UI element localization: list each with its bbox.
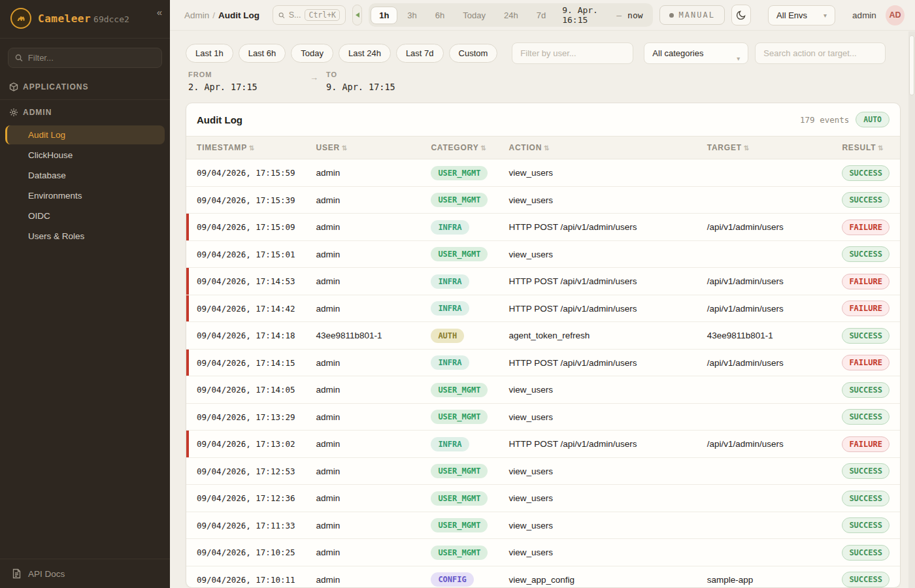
chip-last-1h[interactable]: Last 1h <box>186 44 233 63</box>
table-row[interactable]: 09/04/2026, 17:13:02adminINFRAHTTP POST … <box>186 431 900 458</box>
table-row[interactable]: 09/04/2026, 17:14:1843ee9811b801-1AUTHag… <box>186 322 900 350</box>
api-docs-link[interactable]: API Docs <box>0 559 170 588</box>
table-row[interactable]: 09/04/2026, 17:12:53adminUSER_MGMTview_u… <box>186 457 900 485</box>
status-badge: FAILURE <box>842 355 890 370</box>
cell-timestamp: 09/04/2026, 17:10:25 <box>186 539 306 566</box>
chevron-down-icon: ▾ <box>737 55 740 62</box>
time-range-1h[interactable]: 1h <box>371 7 397 24</box>
table-row[interactable]: 09/04/2026, 17:12:36adminUSER_MGMTview_u… <box>186 485 900 512</box>
scrollbar-track[interactable] <box>908 31 915 588</box>
sidebar-item-environments[interactable]: Environments <box>5 186 165 205</box>
cell-user: admin <box>306 295 421 322</box>
table-row[interactable]: 09/04/2026, 17:14:15adminINFRAHTTP POST … <box>186 349 900 376</box>
status-badge: SUCCESS <box>842 382 890 398</box>
live-toggle-button[interactable] <box>352 5 362 25</box>
category-select[interactable]: All categories ▾ <box>644 42 748 64</box>
table-row[interactable]: 09/04/2026, 17:14:42adminINFRAHTTP POST … <box>186 295 900 322</box>
chip-today[interactable]: Today <box>291 44 333 63</box>
table-row[interactable]: 09/04/2026, 17:14:05adminUSER_MGMTview_u… <box>186 376 900 404</box>
chip-last-7d[interactable]: Last 7d <box>396 44 444 63</box>
sidebar-collapse-button[interactable]: « <box>157 7 162 18</box>
cell-target <box>697 457 832 485</box>
search-icon <box>278 11 285 20</box>
search-placeholder-text: S... <box>289 10 301 20</box>
manual-refresh-button[interactable]: MANUAL <box>659 5 725 25</box>
environment-select[interactable]: All Envs ▾ <box>768 5 835 25</box>
column-header-user[interactable]: USER⇅ <box>306 137 421 159</box>
table-row[interactable]: 09/04/2026, 17:15:39adminUSER_MGMTview_u… <box>186 186 900 214</box>
sidebar-item-users-roles[interactable]: Users & Roles <box>5 227 165 246</box>
section-applications: APPLICATIONS <box>0 74 170 97</box>
chip-last-24h[interactable]: Last 24h <box>339 44 391 63</box>
events-count: 179 events <box>800 115 849 125</box>
time-range-24h[interactable]: 24h <box>495 7 527 24</box>
search-icon <box>15 54 23 62</box>
time-range-6h[interactable]: 6h <box>427 7 453 24</box>
sort-icon: ⇅ <box>544 144 550 152</box>
category-badge: USER_MGMT <box>431 518 488 532</box>
brand-version: 69dcce2 <box>93 14 129 24</box>
scrollbar-thumb[interactable] <box>909 35 914 95</box>
time-range-display[interactable]: 9. Apr. 16:15 – now <box>556 5 650 25</box>
column-header-action[interactable]: ACTION⇅ <box>498 137 696 159</box>
column-header-timestamp[interactable]: TIMESTAMP⇅ <box>186 137 306 159</box>
table-row[interactable]: 09/04/2026, 17:11:33adminUSER_MGMTview_u… <box>186 512 900 539</box>
sidebar-item-oidc[interactable]: OIDC <box>5 206 165 225</box>
sidebar-item-clickhouse[interactable]: ClickHouse <box>5 146 165 165</box>
range-from: 9. Apr. 16:15 <box>562 5 610 25</box>
to-value: 9. Apr. 17:15 <box>326 82 395 92</box>
table-row[interactable]: 09/04/2026, 17:13:29adminUSER_MGMTview_u… <box>186 403 900 431</box>
chip-custom[interactable]: Custom <box>449 44 498 63</box>
sidebar-filter-input[interactable] <box>28 53 155 63</box>
time-range-today[interactable]: Today <box>454 7 494 24</box>
status-badge: SUCCESS <box>842 165 890 181</box>
action-search-input[interactable] <box>755 42 886 64</box>
moon-icon <box>736 10 746 20</box>
cell-action: view_users <box>498 376 696 404</box>
column-header-target[interactable]: TARGET⇅ <box>697 137 832 159</box>
cell-target: /api/v1/admin/users <box>697 268 832 295</box>
table-row[interactable]: 09/04/2026, 17:10:25adminUSER_MGMTview_u… <box>186 539 900 566</box>
user-name: admin <box>852 10 876 20</box>
time-range-3h[interactable]: 3h <box>399 7 425 24</box>
column-header-category[interactable]: CATEGORY⇅ <box>420 137 498 159</box>
cell-user: admin <box>306 268 421 295</box>
cell-target <box>697 186 832 214</box>
from-block[interactable]: FROM 2. Apr. 17:15 <box>188 71 310 92</box>
global-search[interactable]: S... Ctrl+K <box>273 5 346 25</box>
table-row[interactable]: 09/04/2026, 17:14:53adminINFRAHTTP POST … <box>186 268 900 295</box>
table-row[interactable]: 09/04/2026, 17:15:59adminUSER_MGMTview_u… <box>186 159 900 187</box>
cell-target <box>697 485 832 512</box>
cell-result: SUCCESS <box>831 186 900 214</box>
status-badge: SUCCESS <box>842 328 890 344</box>
live-indicator-icon <box>356 12 359 18</box>
cell-result: FAILURE <box>831 268 900 295</box>
auto-refresh-badge[interactable]: AUTO <box>856 112 890 127</box>
cell-timestamp: 09/04/2026, 17:14:53 <box>186 268 306 295</box>
chip-last-6h[interactable]: Last 6h <box>239 44 286 63</box>
avatar[interactable]: AD <box>886 5 905 25</box>
time-range-7d[interactable]: 7d <box>528 7 554 24</box>
table-row[interactable]: 09/04/2026, 17:15:01adminUSER_MGMTview_u… <box>186 240 900 268</box>
breadcrumb-admin[interactable]: Admin <box>184 10 209 20</box>
cell-action: view_users <box>498 159 696 187</box>
cell-timestamp: 09/04/2026, 17:12:36 <box>186 485 306 512</box>
theme-toggle-button[interactable] <box>731 5 751 25</box>
sidebar-filter[interactable] <box>8 48 162 68</box>
status-badge: SUCCESS <box>842 463 890 479</box>
time-range-buttons: 1h3h6hToday24h7d <box>371 7 554 24</box>
cell-timestamp: 09/04/2026, 17:11:33 <box>186 512 306 539</box>
user-filter-input[interactable] <box>512 42 633 64</box>
category-badge: USER_MGMT <box>431 193 488 207</box>
sidebar-item-database[interactable]: Database <box>5 166 165 185</box>
cell-user: admin <box>306 566 421 588</box>
cell-target: 43ee9811b801-1 <box>697 322 832 350</box>
category-badge: USER_MGMT <box>431 546 488 560</box>
table-row[interactable]: 09/04/2026, 17:10:11adminCONFIGview_app_… <box>186 566 900 588</box>
column-header-result[interactable]: RESULT⇅ <box>831 137 900 159</box>
category-badge: CONFIG <box>431 572 473 587</box>
table-row[interactable]: 09/04/2026, 17:15:09adminINFRAHTTP POST … <box>186 214 900 241</box>
to-block[interactable]: TO 9. Apr. 17:15 <box>326 71 395 92</box>
sidebar-item-audit-log[interactable]: Audit Log <box>5 125 165 144</box>
cell-category: USER_MGMT <box>420 376 498 404</box>
